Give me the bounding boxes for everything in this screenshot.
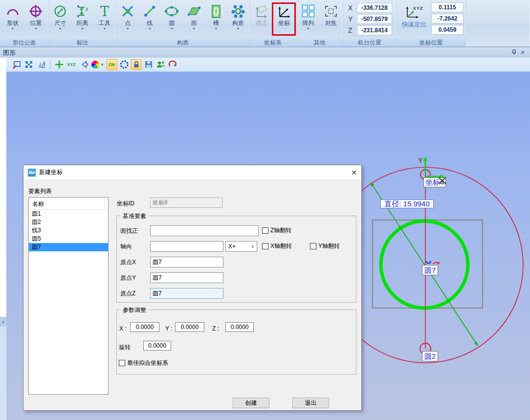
save-button[interactable]: [143, 59, 154, 70]
text-tool-icon: T: [97, 3, 112, 20]
axis-direction-combo[interactable]: X+∨: [225, 241, 257, 252]
origin-cross-marker: [438, 177, 447, 185]
machine-z-value[interactable]: -231.8414: [357, 25, 392, 35]
ok-label: OK: [109, 62, 115, 67]
slot-button[interactable]: 槽 ▼: [205, 2, 227, 31]
y-axis-label: Y: [418, 156, 423, 164]
param-z-input[interactable]: 0.0000: [225, 322, 254, 332]
flip-z-checkbox[interactable]: Z轴翻转: [262, 226, 291, 235]
machine-y-value[interactable]: -507.8579: [357, 14, 392, 24]
create-button[interactable]: 创建: [233, 398, 269, 408]
combo-chevron-icon: ∨: [251, 244, 254, 249]
dialog-close-button[interactable]: ✕: [347, 169, 361, 177]
shape-button[interactable]: 形状 ▼: [2, 2, 23, 31]
diameter-icon: [52, 3, 68, 20]
ribbon-group-tolerance: 形状 ▼ 位置 ▼ 形位公差: [0, 0, 49, 46]
rotate-input[interactable]: 0.0000: [143, 341, 171, 351]
dropdown-arrow-icon: ▼: [236, 27, 240, 31]
users-button[interactable]: [155, 59, 166, 70]
origin-y-label: 原点Y: [120, 274, 136, 282]
y-axis-arrow-head: [423, 156, 427, 161]
axis-input[interactable]: [150, 241, 223, 252]
ribbon-group-coordsys: 摆正 坐标 坐标系: [250, 0, 296, 46]
dropdown-arrow-icon: ▼: [81, 27, 84, 31]
fit-view-icon: [24, 60, 34, 69]
coord-button[interactable]: 坐标: [273, 2, 295, 26]
dropdown-arrow-icon: ▼: [34, 27, 38, 31]
rotate-label: 旋转: [119, 343, 131, 352]
toolbar-separator: [50, 60, 50, 69]
param-y-input[interactable]: 0.0000: [175, 322, 204, 332]
machine-z-label: Z: [348, 26, 353, 34]
close-panel-icon[interactable]: ✕: [518, 49, 527, 56]
point-button[interactable]: 点 ▼: [117, 2, 138, 31]
construct-button[interactable]: 构造 ▼: [227, 2, 249, 31]
circle-button[interactable]: 圆 ▼: [161, 2, 182, 31]
rotate-redo-button[interactable]: [168, 59, 178, 70]
param-x-label: X :: [119, 325, 127, 332]
dialog-titlebar[interactable]: Me 新建坐标 ✕: [23, 165, 361, 179]
back-arrow-button[interactable]: [78, 59, 89, 70]
svg-text:z: z: [86, 6, 88, 12]
slot-icon: [208, 3, 224, 20]
group-label-annotation: 标注: [49, 38, 116, 46]
origin-x-input[interactable]: 圆7: [150, 257, 223, 267]
flip-x-checkbox[interactable]: X轴翻转: [262, 242, 292, 250]
line-button[interactable]: 线 ▼: [139, 2, 160, 31]
ok-toggle-button[interactable]: OK: [107, 59, 117, 70]
xyz-display-button[interactable]: XYZ: [66, 59, 77, 70]
list-item-circle5[interactable]: 圆5: [29, 235, 108, 243]
application-window: 形状 ▼ 位置 ▼ 形位公差 尺寸: [0, 0, 530, 420]
circle7-label[interactable]: 圆7: [422, 265, 438, 275]
list-header[interactable]: 名称: [29, 198, 108, 210]
circle-gear-button[interactable]: [119, 59, 130, 70]
tool-button[interactable]: T 工具 ▼: [94, 2, 115, 31]
circle-icon: [164, 3, 179, 20]
param-x-input[interactable]: 0.0000: [130, 322, 159, 332]
dialog-app-icon: Me: [28, 169, 36, 177]
element-list[interactable]: 名称 圆1 圆2 线3 圆5 圆7: [28, 197, 109, 395]
fit-view-button[interactable]: [23, 59, 34, 70]
face-align-input[interactable]: [150, 225, 259, 236]
lock-toggle-button[interactable]: [131, 59, 142, 70]
coord-id-input[interactable]: 坐标8: [150, 198, 222, 208]
focus-button[interactable]: 对焦: [320, 2, 342, 26]
align-button[interactable]: 摆正: [251, 2, 272, 26]
flip-y-checkbox[interactable]: Y轴翻转: [310, 242, 340, 250]
position-button[interactable]: 位置 ▼: [25, 2, 46, 31]
machine-x-value[interactable]: -336.7128: [357, 3, 392, 13]
list-item-circle2[interactable]: 圆2: [29, 218, 108, 226]
graphics-panel-title: 图形: [3, 48, 509, 57]
flip-view-button[interactable]: [36, 59, 46, 70]
crosshair-button[interactable]: [54, 59, 65, 70]
arc-shape-icon: [5, 3, 21, 20]
coord-position-value-3[interactable]: 0.0459: [431, 25, 464, 35]
xyz-axes-icon: XYZ: [403, 4, 425, 19]
collapsed-side-panel[interactable]: ✕ ±: [0, 58, 6, 420]
quick-position-button[interactable]: XYZ 快速定位: [399, 2, 429, 35]
origin-z-input[interactable]: 圆7: [150, 288, 223, 299]
group-label-other: 其他: [296, 38, 343, 46]
face-align-label: 面找正: [120, 227, 138, 235]
origin-x-label: 原点X: [120, 258, 136, 266]
plane-button[interactable]: 面 ▼: [183, 2, 205, 31]
size-button[interactable]: 尺寸 ▼: [49, 2, 71, 31]
distance-button[interactable]: z 距离 ▼: [72, 2, 93, 31]
pan-view-button[interactable]: [11, 59, 22, 70]
array-button[interactable]: 阵列 ▼: [297, 2, 319, 31]
diameter-label[interactable]: 直径: 15.9940: [380, 199, 434, 208]
best-fit-checkbox[interactable]: 最佳拟合坐标系: [119, 359, 168, 367]
circle2-label[interactable]: 圆2: [422, 351, 438, 361]
coordinate-axes-icon: [276, 3, 292, 20]
origin-y-input[interactable]: 圆7: [150, 272, 223, 283]
color-wheel-button[interactable]: ▼: [90, 59, 105, 70]
coord-position-value-2[interactable]: -7.2642: [431, 14, 464, 23]
exit-button[interactable]: 退出: [292, 398, 329, 408]
list-item-line3[interactable]: 线3: [29, 226, 108, 235]
list-item-circle7[interactable]: 圆7: [29, 243, 108, 251]
coord-position-value-1[interactable]: 0.1115: [431, 2, 464, 12]
side-panel-tab[interactable]: ±: [0, 317, 6, 327]
pin-icon[interactable]: [509, 49, 518, 56]
circle-gear-icon: [119, 60, 129, 69]
list-item-circle1[interactable]: 圆1: [29, 210, 108, 218]
